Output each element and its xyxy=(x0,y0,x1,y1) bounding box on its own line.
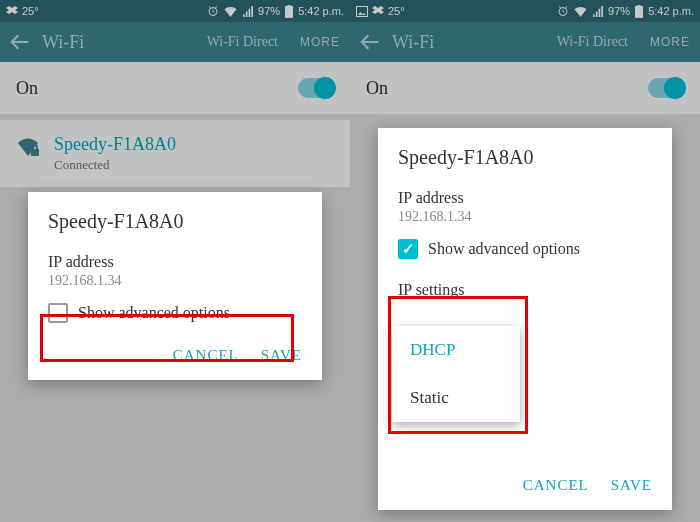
dialog-title: Speedy-F1A8A0 xyxy=(378,128,672,179)
network-dialog: Speedy-F1A8A0 IP address 192.168.1.34 Sh… xyxy=(28,192,322,380)
ip-address-value: 192.168.1.34 xyxy=(48,273,302,289)
cancel-button[interactable]: CANCEL xyxy=(173,347,239,364)
save-button[interactable]: SAVE xyxy=(611,477,652,494)
ip-address-label: IP address xyxy=(48,253,302,271)
cancel-button[interactable]: CANCEL xyxy=(523,477,589,494)
dropdown-option-static[interactable]: Static xyxy=(392,374,520,422)
screen-left: 25° 97% 5:42 p.m. Wi-Fi Wi-Fi Direct MOR… xyxy=(0,0,350,522)
checkbox-checked-icon[interactable]: ✓ xyxy=(398,239,418,259)
ip-settings-label: IP settings xyxy=(398,281,652,299)
network-dialog: Speedy-F1A8A0 IP address 192.168.1.34 ✓ … xyxy=(378,128,672,510)
ip-address-label: IP address xyxy=(398,189,652,207)
save-button[interactable]: SAVE xyxy=(261,347,302,364)
show-advanced-row[interactable]: ✓ Show advanced options xyxy=(398,239,652,265)
dialog-title: Speedy-F1A8A0 xyxy=(28,192,322,243)
checkbox-label: Show advanced options xyxy=(428,240,580,258)
checkbox-unchecked-icon[interactable] xyxy=(48,303,68,323)
checkbox-label: Show advanced options xyxy=(78,304,230,322)
show-advanced-row[interactable]: Show advanced options xyxy=(48,303,302,329)
screen-right: 25° 97% 5:42 p.m. Wi-Fi Wi-Fi Direct MOR… xyxy=(350,0,700,522)
ip-address-value: 192.168.1.34 xyxy=(398,209,652,225)
ip-settings-dropdown: DHCP Static xyxy=(392,326,520,422)
dropdown-option-dhcp[interactable]: DHCP xyxy=(392,326,520,374)
